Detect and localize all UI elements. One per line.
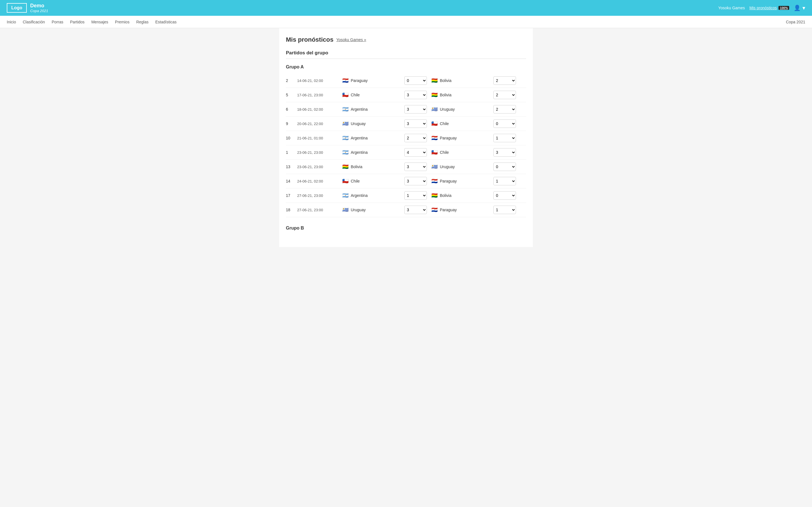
- header: Logo Demo Copa 2021 Yosoku Games Mis pro…: [0, 0, 812, 16]
- argentina-flag-icon: [342, 106, 349, 112]
- match-number: 17: [286, 193, 297, 198]
- nav-reglas[interactable]: Reglas: [136, 20, 149, 24]
- home-team: Argentina: [342, 192, 404, 199]
- home-score-select[interactable]: 012345678: [404, 91, 427, 99]
- navigation: Inicio Clasificación Porras Partidos Men…: [0, 16, 812, 28]
- table-row: 18 27-06-21, 23:00 Uruguay 012345678 Par…: [286, 203, 526, 217]
- group-a-title: Grupo A: [286, 64, 526, 69]
- paraguay-flag-icon: [432, 178, 438, 184]
- away-score-col: 012345678: [493, 119, 516, 128]
- home-score-select[interactable]: 012345678: [404, 119, 427, 128]
- table-row: 6 18-06-21, 02:00 Argentina 012345678 Ur…: [286, 102, 526, 117]
- home-score-select[interactable]: 012345678: [404, 76, 427, 85]
- uruguay-flag-icon: [342, 207, 349, 213]
- home-score-select[interactable]: 012345678: [404, 163, 427, 171]
- away-team-name: Uruguay: [440, 107, 455, 112]
- home-team-name: Uruguay: [351, 121, 366, 126]
- home-score-col: 012345678: [404, 119, 427, 128]
- uruguay-flag-icon: [432, 106, 438, 112]
- home-score-col: 012345678: [404, 206, 427, 214]
- away-team-name: Bolivia: [440, 78, 451, 83]
- away-score-select[interactable]: 012345678: [493, 177, 516, 185]
- home-team: Argentina: [342, 135, 404, 141]
- away-score-select[interactable]: 012345678: [493, 206, 516, 214]
- match-number: 5: [286, 93, 297, 97]
- header-left: Logo Demo Copa 2021: [7, 3, 48, 13]
- nav-porras[interactable]: Porras: [52, 20, 63, 24]
- match-date: 23-06-21, 23:00: [297, 165, 342, 169]
- table-row: 17 27-06-21, 23:00 Argentina 012345678 B…: [286, 188, 526, 203]
- away-score-select[interactable]: 012345678: [493, 91, 516, 99]
- match-date: 27-06-21, 23:00: [297, 208, 342, 212]
- argentina-flag-icon: [342, 192, 349, 199]
- match-number: 13: [286, 165, 297, 169]
- logo[interactable]: Logo: [7, 3, 27, 13]
- away-score-select[interactable]: 012345678: [493, 191, 516, 200]
- away-score-select[interactable]: 012345678: [493, 148, 516, 157]
- away-score-select[interactable]: 012345678: [493, 119, 516, 128]
- away-score-select[interactable]: 012345678: [493, 105, 516, 114]
- away-score-col: 012345678: [493, 206, 516, 214]
- match-date: 24-06-21, 02:00: [297, 179, 342, 183]
- nav-mensajes[interactable]: Mensajes: [91, 20, 108, 24]
- home-score-select[interactable]: 012345678: [404, 134, 427, 142]
- home-score-select[interactable]: 012345678: [404, 177, 427, 185]
- nav-premios[interactable]: Premios: [115, 20, 130, 24]
- away-score-select[interactable]: 012345678: [493, 163, 516, 171]
- away-team: Uruguay: [432, 164, 493, 170]
- home-score-col: 012345678: [404, 163, 427, 171]
- table-row: 2 14-06-21, 02:00 Paraguay 012345678 Bol…: [286, 73, 526, 88]
- nav-clasificacion[interactable]: Clasificación: [23, 20, 45, 24]
- away-score-select[interactable]: 012345678: [493, 76, 516, 85]
- group-a-section: Grupo A 2 14-06-21, 02:00 Paraguay 01234…: [286, 64, 526, 217]
- match-date: 27-06-21, 23:00: [297, 193, 342, 198]
- nav-partidos[interactable]: Partidos: [70, 20, 85, 24]
- matches-list: 2 14-06-21, 02:00 Paraguay 012345678 Bol…: [286, 73, 526, 217]
- games-link[interactable]: Yosoku Games »: [336, 38, 366, 42]
- home-team: Chile: [342, 92, 404, 98]
- header-right: Yosoku Games Mis pronósticos 100% 👤 ▾: [718, 4, 805, 11]
- nav-estadisticas[interactable]: Estadísticas: [155, 20, 176, 24]
- table-row: 9 20-06-21, 22:00 Uruguay 012345678 Chil…: [286, 117, 526, 131]
- home-score-select[interactable]: 012345678: [404, 148, 427, 157]
- match-date: 18-06-21, 02:00: [297, 107, 342, 112]
- home-team-name: Argentina: [351, 150, 368, 155]
- match-date: 17-06-21, 23:00: [297, 93, 342, 97]
- mis-pronosticos-link[interactable]: Mis pronósticos 100%: [749, 6, 789, 10]
- home-team: Bolivia: [342, 164, 404, 170]
- table-row: 5 17-06-21, 23:00 Chile 012345678 Bolivi…: [286, 88, 526, 102]
- home-team-name: Paraguay: [351, 78, 368, 83]
- match-number: 2: [286, 78, 297, 83]
- home-score-col: 012345678: [404, 105, 427, 114]
- nav-copa-label: Copa 2021: [786, 20, 805, 24]
- away-score-select[interactable]: 012345678: [493, 134, 516, 142]
- table-row: 1 23-06-21, 23:00 Argentina 012345678 Ch…: [286, 145, 526, 160]
- home-score-select[interactable]: 012345678: [404, 191, 427, 200]
- away-team: Paraguay: [432, 207, 493, 213]
- home-score-select[interactable]: 012345678: [404, 105, 427, 114]
- nav-inicio[interactable]: Inicio: [7, 20, 16, 24]
- away-team-name: Bolivia: [440, 93, 451, 97]
- home-score-col: 012345678: [404, 91, 427, 99]
- away-score-col: 012345678: [493, 191, 516, 200]
- match-number: 1: [286, 150, 297, 155]
- uruguay-flag-icon: [432, 164, 438, 170]
- away-team: Bolivia: [432, 192, 493, 199]
- uruguay-flag-icon: [342, 121, 349, 127]
- score-badge: 100%: [778, 6, 789, 10]
- match-date: 23-06-21, 23:00: [297, 151, 342, 155]
- chile-flag-icon: [432, 149, 438, 156]
- match-number: 6: [286, 107, 297, 112]
- chile-flag-icon: [342, 92, 349, 98]
- away-score-col: 012345678: [493, 105, 516, 114]
- user-menu-icon[interactable]: 👤 ▾: [794, 4, 805, 11]
- paraguay-flag-icon: [342, 77, 349, 83]
- away-team: Bolivia: [432, 92, 493, 98]
- bolivia-flag-icon: [432, 192, 438, 199]
- argentina-flag-icon: [342, 135, 349, 141]
- group-b-section: Grupo B: [286, 226, 526, 231]
- chile-flag-icon: [432, 121, 438, 127]
- home-score-select[interactable]: 012345678: [404, 206, 427, 214]
- home-team-name: Bolivia: [351, 165, 362, 169]
- bolivia-flag-icon: [342, 164, 349, 170]
